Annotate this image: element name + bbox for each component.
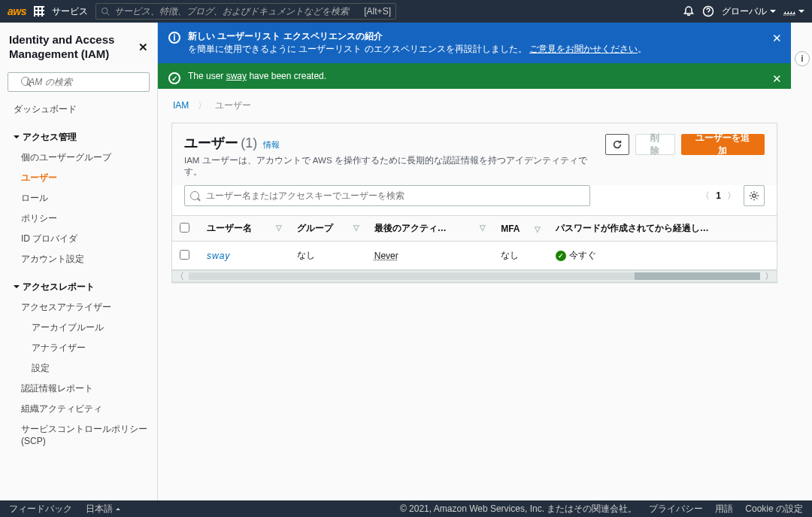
svg-line-1 xyxy=(107,13,109,15)
sidebar-item-cred-report[interactable]: 認証情報レポート xyxy=(11,379,153,399)
horizontal-scrollbar[interactable]: 〈 〉 xyxy=(172,270,777,282)
sidebar-item-dashboard[interactable]: ダッシュボード xyxy=(11,99,153,120)
panel-count: (1) xyxy=(241,135,257,151)
breadcrumb-root[interactable]: IAM xyxy=(173,100,189,111)
sidebar-search[interactable] xyxy=(8,72,150,92)
check-icon xyxy=(168,72,180,84)
sidebar-item-groups[interactable]: 個のユーザーグループ xyxy=(11,147,153,168)
global-search-placeholder: サービス、特徴、ブログ、およびドキュメントなどを検索 xyxy=(114,5,349,18)
users-panel: ユーザー (1) 情報 IAM ユーザーは、アカウントで AWS を操作するため… xyxy=(171,123,777,283)
user-search[interactable] xyxy=(184,185,693,206)
gear-icon xyxy=(749,190,759,201)
success-banner-user-link[interactable]: sway xyxy=(226,71,247,81)
refresh-button[interactable] xyxy=(605,134,629,155)
services-grid-icon[interactable] xyxy=(34,6,44,17)
footer-feedback[interactable]: フィードバック xyxy=(9,503,72,515)
sort-icon xyxy=(353,222,359,233)
footer-cookie[interactable]: Cookie の設定 xyxy=(745,503,803,515)
sidebar-section-report[interactable]: アクセスレポート xyxy=(11,277,153,297)
sidebar-search-input[interactable] xyxy=(8,72,150,92)
select-all-checkbox[interactable] xyxy=(180,223,189,233)
footer-lang[interactable]: 日本語 xyxy=(86,503,120,515)
info-banner-body: を簡単に使用できるように ユーザーリスト のエクスペリエンスを再設計しました。 … xyxy=(188,43,764,56)
info-banner-link[interactable]: ご意見をお聞かせください xyxy=(529,44,638,54)
success-banner-post: have been created. xyxy=(247,71,326,81)
table-settings-button[interactable] xyxy=(744,185,765,206)
sidebar-item-account-settings[interactable]: アカウント設定 xyxy=(11,249,153,269)
panel-info-toggle[interactable]: i xyxy=(795,51,810,66)
footer-privacy[interactable]: プライバシー xyxy=(649,503,703,515)
scroll-right-icon[interactable]: 〉 xyxy=(765,270,774,283)
services-link[interactable]: サービス xyxy=(52,5,88,18)
table-header-row: ユーザー名 グループ 最後のアクティ… MFA パスワードが作成されてから経過し… xyxy=(172,216,777,242)
sidebar-title: Identity and Access Management (IAM) xyxy=(9,33,138,62)
cell-username[interactable]: sway xyxy=(207,251,230,261)
top-nav: aws サービス サービス、特徴、ブログ、およびドキュメントなどを検索 [Alt… xyxy=(0,0,812,23)
sidebar-item-idp[interactable]: ID プロバイダ xyxy=(11,229,153,249)
success-banner: The user sway have been created. ✕ xyxy=(158,63,791,89)
pager: 〈 1 〉 xyxy=(701,190,736,202)
sidebar-item-settings[interactable]: 設定 xyxy=(11,358,153,379)
col-username[interactable]: ユーザー名 xyxy=(199,216,289,242)
delete-button[interactable]: 削除 xyxy=(635,134,675,155)
scroll-handle[interactable] xyxy=(189,272,760,280)
svg-point-0 xyxy=(102,8,108,14)
chevron-right-icon: 〉 xyxy=(198,100,207,111)
row-checkbox[interactable] xyxy=(180,250,189,260)
sort-icon xyxy=(535,224,541,234)
sidebar-item-scp[interactable]: サービスコントロールポリシー (SCP) xyxy=(11,419,153,450)
info-banner-title: 新しい ユーザーリスト エクスペリエンスの紹介 xyxy=(188,30,764,43)
sidebar-item-analyzer[interactable]: アナライザー xyxy=(11,338,153,358)
info-banner-close-icon[interactable]: ✕ xyxy=(772,32,782,45)
global-search[interactable]: サービス、特徴、ブログ、およびドキュメントなどを検索 [Alt+S] xyxy=(95,3,396,20)
sidebar-item-org-activity[interactable]: 組織アクティビティ xyxy=(11,399,153,419)
success-banner-close-icon[interactable]: ✕ xyxy=(772,72,782,86)
sidebar-collapse-icon[interactable]: ✕ xyxy=(138,41,148,54)
account-menu[interactable]: ﯿﯿﯿﯿ xyxy=(783,6,804,17)
sort-icon xyxy=(276,222,282,233)
panel-desc: IAM ユーザーは、アカウントで AWS を操作するために長期的な認証情報を持つ… xyxy=(184,155,598,178)
sidebar-item-policies[interactable]: ポリシー xyxy=(11,208,153,229)
col-last[interactable]: 最後のアクティ… xyxy=(367,216,493,242)
sidebar-item-roles[interactable]: ロール xyxy=(11,188,153,208)
table-row[interactable]: sway なし Never なし 今すぐ xyxy=(172,242,777,270)
breadcrumb: IAM 〉 ユーザー xyxy=(158,89,791,123)
sidebar-item-users[interactable]: ユーザー xyxy=(11,168,153,188)
info-banner: 新しい ユーザーリスト エクスペリエンスの紹介 を簡単に使用できるように ユーザ… xyxy=(158,23,791,63)
sidebar-section-access[interactable]: アクセス管理 xyxy=(11,127,153,147)
col-group[interactable]: グループ xyxy=(289,216,367,242)
scroll-left-icon[interactable]: 〈 xyxy=(175,270,184,283)
breadcrumb-leaf: ユーザー xyxy=(215,100,251,111)
user-search-input[interactable] xyxy=(184,185,590,206)
refresh-icon xyxy=(612,139,623,150)
notifications-icon[interactable] xyxy=(683,5,695,17)
footer-terms[interactable]: 用語 xyxy=(715,503,733,515)
col-pwd[interactable]: パスワードが作成されてから経過し… xyxy=(548,216,777,242)
sidebar-item-archive-rules[interactable]: アーカイブルール xyxy=(11,318,153,338)
pager-prev-icon[interactable]: 〈 xyxy=(701,190,710,202)
users-table: ユーザー名 グループ 最後のアクティ… MFA パスワードが作成されてから経過し… xyxy=(172,215,777,270)
svg-point-3 xyxy=(753,194,756,197)
panel-info-link[interactable]: 情報 xyxy=(263,140,280,149)
footer-copy: © 2021, Amazon Web Services, Inc. またはその関… xyxy=(400,503,637,515)
cell-pwd: 今すぐ xyxy=(556,249,596,262)
region-selector[interactable]: グローバル xyxy=(722,5,776,18)
cell-mfa: なし xyxy=(493,242,547,270)
global-search-shortcut: [Alt+S] xyxy=(364,6,391,17)
panel-title: ユーザー xyxy=(184,135,238,151)
content: 新しい ユーザーリスト エクスペリエンスの紹介 を簡単に使用できるように ユーザ… xyxy=(158,23,791,500)
sort-icon xyxy=(480,222,486,233)
col-mfa[interactable]: MFA xyxy=(493,216,547,242)
help-icon[interactable] xyxy=(702,5,714,17)
add-user-button[interactable]: ユーザーを追加 xyxy=(681,134,765,155)
cell-last: Never xyxy=(367,242,493,270)
sidebar: Identity and Access Management (IAM) ✕ ダ… xyxy=(0,23,158,500)
pager-next-icon[interactable]: 〉 xyxy=(727,190,736,202)
pager-current: 1 xyxy=(716,190,721,201)
aws-logo[interactable]: aws xyxy=(8,5,26,17)
info-icon xyxy=(168,32,180,44)
sidebar-item-access-analyzer[interactable]: アクセスアナライザー xyxy=(11,297,153,318)
cell-group: なし xyxy=(289,242,367,270)
success-banner-pre: The user xyxy=(188,71,226,81)
search-icon xyxy=(101,7,110,16)
